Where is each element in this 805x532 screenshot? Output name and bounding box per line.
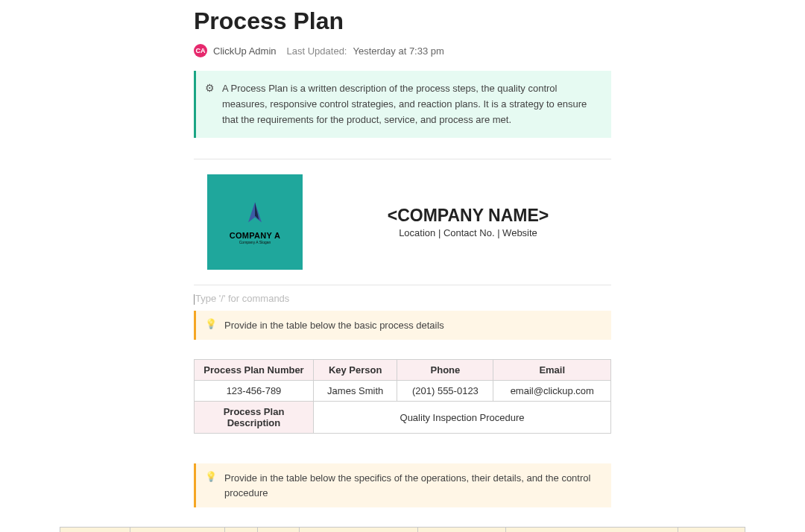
intro-text: A Process Plan is a written description … [222,81,593,127]
header-plan-number: Process Plan Number [195,360,314,381]
cell-email[interactable]: email@clickup.com [493,381,611,402]
lightbulb-icon: 💡 [205,471,217,500]
process-info-table[interactable]: Process Plan Number Key Person Phone Ema… [194,359,611,434]
author-avatar[interactable]: CA [194,44,207,57]
tip2-text: Provide in the table below the specifics… [224,471,593,500]
author-name[interactable]: ClickUp Admin [213,45,277,57]
ops-header-input: Input [224,528,258,532]
company-sub[interactable]: Location | Contact No. | Website [325,227,611,238]
header-key-person: Key Person [314,360,397,381]
ops-header-methods: Methods [299,528,417,532]
slash-command-input[interactable]: Type '/' for commands [194,285,611,311]
tip1-text: Provide in the table below the basic pro… [224,318,444,333]
slash-hint-text: Type '/' for commands [195,293,289,304]
updated-label: Last Updated: [287,45,347,57]
cell-key-person[interactable]: James Smith [314,381,397,402]
logo-mark-icon [242,200,268,227]
ops-header-operation: Operation No. [60,528,130,532]
logo-name: COMPANY A [230,231,281,240]
ops-header-criteria: Criteria [417,528,505,532]
text-cursor-icon [194,294,195,305]
cell-phone[interactable]: (201) 555-0123 [397,381,493,402]
cell-description[interactable]: Quality Inspection Procedure [314,402,611,434]
header-phone: Phone [397,360,493,381]
logo-slogan: Company A Slogan [239,240,271,244]
updated-time: Yesterday at 7:33 pm [353,45,443,57]
ops-header-output: Output [258,528,299,532]
company-name-placeholder[interactable]: <COMPANY NAME> [325,206,611,226]
meta-row: CA ClickUp Admin Last Updated: Yesterday… [194,44,611,57]
ops-header-improvement: Improvement Actions (When criteria are n… [506,528,678,532]
header-email: Email [493,360,611,381]
gear-icon: ⚙ [205,82,215,127]
intro-callout: ⚙ A Process Plan is a written descriptio… [194,71,611,138]
page-title: Process Plan [194,7,611,35]
ops-header-description: Description [130,528,224,532]
company-logo: COMPANY A Company A Slogan [207,174,303,270]
company-section: COMPANY A Company A Slogan <COMPANY NAME… [194,159,611,285]
tip-callout-2: 💡 Provide in the table below the specifi… [194,463,611,507]
cell-plan-number[interactable]: 123-456-789 [195,381,314,402]
company-details: <COMPANY NAME> Location | Contact No. | … [325,206,611,238]
desc-label: Process Plan Description [195,402,314,434]
ops-header-reference: Reference SOP No. [678,528,745,532]
operations-table[interactable]: Operation No. Description Input Output M… [60,527,745,532]
tip-callout-1: 💡 Provide in the table below the basic p… [194,311,611,341]
lightbulb-icon: 💡 [205,318,217,333]
